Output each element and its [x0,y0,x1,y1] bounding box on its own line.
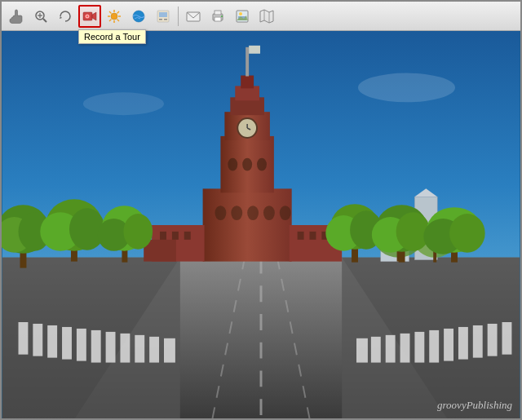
svg-rect-56 [473,325,483,358]
viewport[interactable]: groovyPublishing [2,31,520,418]
print-button[interactable] [206,5,229,28]
svg-point-87 [231,206,242,220]
ocean-button[interactable] [127,5,150,28]
svg-rect-25 [215,11,221,15]
svg-marker-6 [92,12,96,20]
svg-rect-26 [215,17,221,21]
zoom-button[interactable] [29,5,52,28]
svg-rect-58 [444,329,453,361]
svg-rect-62 [386,335,396,363]
svg-rect-43 [19,322,29,355]
svg-point-111 [123,214,153,250]
svg-rect-61 [400,334,410,363]
svg-rect-59 [429,330,439,363]
svg-point-123 [449,214,485,253]
svg-rect-20 [159,12,167,17]
svg-rect-22 [164,19,167,20]
svg-line-15 [117,19,120,21]
svg-rect-63 [371,337,381,363]
svg-point-124 [358,73,455,103]
svg-rect-47 [77,329,86,361]
sunlight-button[interactable] [103,5,126,28]
svg-rect-44 [33,324,42,356]
svg-rect-21 [159,19,162,20]
svg-point-88 [247,206,259,220]
svg-rect-72 [203,188,292,261]
svg-marker-4 [60,16,62,19]
svg-point-30 [239,12,242,15]
rotate-button[interactable] [54,5,77,28]
svg-rect-50 [120,334,130,363]
svg-marker-32 [260,10,273,23]
svg-rect-46 [62,327,72,360]
svg-rect-48 [91,330,101,363]
svg-rect-51 [135,335,144,363]
app-container: Record a Tour [0,0,522,420]
svg-rect-81 [246,47,249,77]
record-tour-tooltip: Record a Tour [78,29,146,44]
svg-point-83 [228,158,237,171]
svg-rect-55 [488,324,498,356]
svg-rect-80 [241,76,254,89]
svg-rect-60 [414,332,424,363]
svg-line-16 [117,11,120,14]
svg-rect-45 [47,325,57,358]
svg-line-14 [109,11,112,14]
svg-rect-95 [172,232,179,240]
svg-rect-97 [298,232,304,240]
svg-rect-49 [106,332,116,363]
svg-rect-54 [502,322,512,355]
svg-point-84 [242,158,252,171]
svg-point-85 [257,158,267,171]
svg-rect-53 [164,338,175,363]
hand-tool-button[interactable] [5,5,28,28]
svg-rect-98 [309,232,316,240]
svg-point-86 [215,206,226,220]
record-tour-button[interactable] [78,5,101,28]
separator-1 [178,7,179,26]
svg-point-125 [83,92,164,115]
email-button[interactable] [182,5,205,28]
svg-rect-96 [184,232,191,240]
historical-imagery-button[interactable] [152,5,175,28]
svg-rect-82 [249,46,260,54]
tooltip-text: Record a Tour [84,32,140,42]
svg-line-17 [109,19,112,21]
svg-point-9 [111,13,117,20]
svg-point-90 [280,206,291,220]
svg-point-27 [221,15,223,17]
watermark: groovyPublishing [437,399,512,412]
toolbar: Record a Tour [2,2,520,31]
svg-rect-52 [149,337,159,363]
scene-svg [2,31,520,418]
svg-point-89 [263,206,275,220]
svg-rect-64 [356,338,368,363]
map-view-button[interactable] [255,5,278,28]
svg-rect-57 [458,327,468,360]
svg-point-8 [86,15,88,17]
svg-line-1 [43,19,46,22]
save-image-button[interactable] [231,5,254,28]
svg-rect-94 [160,232,166,240]
